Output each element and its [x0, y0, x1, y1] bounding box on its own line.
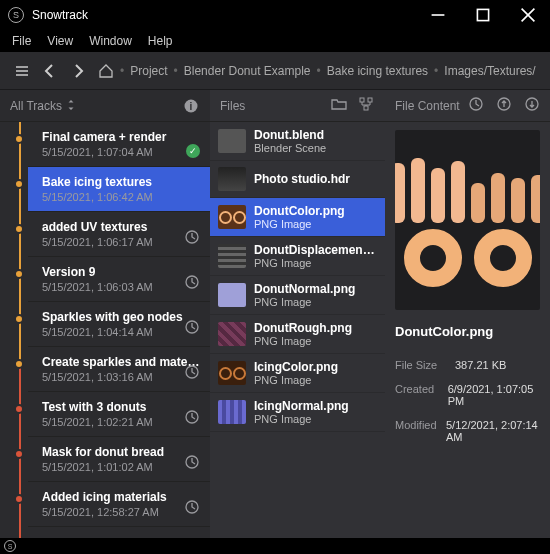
info-icon[interactable]: i — [182, 97, 200, 115]
file-type: PNG Image — [254, 257, 377, 269]
file-thumbnail — [218, 361, 246, 385]
preview-filename: DonutColor.png — [395, 324, 540, 339]
file-type: PNG Image — [254, 335, 352, 347]
file-name: IcingColor.png — [254, 360, 338, 374]
file-type: PNG Image — [254, 374, 338, 386]
file-item[interactable]: DonutDisplacement.pngPNG Image — [210, 237, 385, 276]
menu-window[interactable]: Window — [83, 32, 138, 50]
tracks-header-label[interactable]: All Tracks — [10, 99, 75, 113]
commit-dot-icon — [14, 449, 24, 459]
files-header-label: Files — [220, 99, 245, 113]
breadcrumb-item[interactable]: Images/Textures/DonutColor.pn — [444, 64, 536, 78]
track-date: 5/15/2021, 1:03:16 AM — [42, 371, 200, 383]
track-title: Version 9 — [42, 265, 200, 279]
track-date: 5/15/2021, 1:06:42 AM — [42, 191, 200, 203]
titlebar: S Snowtrack — [0, 0, 550, 30]
preview-image — [395, 130, 540, 310]
status-bar: S — [0, 538, 550, 554]
breadcrumb-item[interactable]: Project — [130, 64, 167, 78]
file-item[interactable]: IcingNormal.pngPNG Image — [210, 393, 385, 432]
file-item[interactable]: Photo studio.hdr — [210, 161, 385, 198]
track-title: added UV textures — [42, 220, 200, 234]
file-item[interactable]: DonutNormal.pngPNG Image — [210, 276, 385, 315]
history-badge-icon[interactable] — [184, 454, 200, 473]
history-badge-icon[interactable] — [184, 274, 200, 293]
file-type: PNG Image — [254, 218, 345, 230]
file-item[interactable]: Donut.blendBlender Scene — [210, 122, 385, 161]
track-item[interactable]: Version 95/15/2021, 1:06:03 AM — [28, 257, 210, 302]
filecontent-header-label: File Content — [395, 99, 460, 113]
track-title: Added icing materials — [42, 490, 200, 504]
download-icon[interactable] — [524, 96, 540, 115]
file-name: IcingNormal.png — [254, 399, 349, 413]
meta-size-value: 387.21 KB — [455, 359, 506, 371]
menu-file[interactable]: File — [6, 32, 37, 50]
folder-icon[interactable] — [331, 96, 347, 115]
track-item[interactable]: Create sparkles and materials5/15/2021, … — [28, 347, 210, 392]
track-title: Final camera + render — [42, 130, 200, 144]
file-thumbnail — [218, 129, 246, 153]
track-date: 5/15/2021, 1:07:04 AM — [42, 146, 200, 158]
file-type: PNG Image — [254, 413, 349, 425]
track-item[interactable]: Sparkles with geo nodes5/15/2021, 1:04:1… — [28, 302, 210, 347]
commit-dot-icon — [14, 224, 24, 234]
commit-dot-icon — [14, 134, 24, 144]
commit-dot-icon — [14, 404, 24, 414]
breadcrumb-item[interactable]: Blender Donut Example — [184, 64, 311, 78]
menu-help[interactable]: Help — [142, 32, 179, 50]
file-name: Donut.blend — [254, 128, 326, 142]
menu-view[interactable]: View — [41, 32, 79, 50]
tree-view-icon[interactable] — [359, 96, 375, 115]
history-badge-icon[interactable] — [184, 499, 200, 518]
menu-toggle-icon[interactable] — [14, 62, 30, 80]
meta-created-label: Created — [395, 383, 448, 407]
track-item[interactable]: Mask for donut bread5/15/2021, 1:01:02 A… — [28, 437, 210, 482]
track-date: 5/15/2021, 1:01:02 AM — [42, 461, 200, 473]
track-item[interactable]: Final camera + render5/15/2021, 1:07:04 … — [28, 122, 210, 167]
history-badge-icon[interactable] — [184, 229, 200, 248]
file-item[interactable]: DonutRough.pngPNG Image — [210, 315, 385, 354]
history-badge-icon[interactable] — [184, 364, 200, 383]
nav-back-icon[interactable] — [42, 62, 58, 80]
svg-text:i: i — [190, 101, 193, 112]
commit-dot-icon — [14, 269, 24, 279]
history-badge-icon[interactable] — [184, 409, 200, 428]
file-name: DonutNormal.png — [254, 282, 355, 296]
track-date: 5/15/2021, 1:04:14 AM — [42, 326, 200, 338]
svg-rect-0 — [477, 9, 488, 20]
svg-rect-10 — [360, 98, 364, 102]
track-date: 5/15/2021, 1:02:21 AM — [42, 416, 200, 428]
commit-dot-icon — [14, 314, 24, 324]
home-icon[interactable] — [98, 62, 114, 80]
breadcrumb-item[interactable]: Bake icing textures — [327, 64, 428, 78]
maximize-button[interactable] — [460, 0, 505, 30]
file-name: DonutDisplacement.png — [254, 243, 377, 257]
file-type: PNG Image — [254, 296, 355, 308]
track-item[interactable]: Bake icing textures5/15/2021, 1:06:42 AM — [28, 167, 210, 212]
menu-bar: File View Window Help — [0, 30, 550, 52]
history-icon[interactable] — [468, 96, 484, 115]
commit-dot-icon — [14, 179, 24, 189]
file-thumbnail — [218, 167, 246, 191]
file-type: Blender Scene — [254, 142, 326, 154]
meta-modified-value: 5/12/2021, 2:07:14 AM — [446, 419, 540, 443]
close-button[interactable] — [505, 0, 550, 30]
nav-forward-icon[interactable] — [70, 62, 86, 80]
upload-icon[interactable] — [496, 96, 512, 115]
track-item[interactable]: Added icing materials5/15/2021, 12:58:27… — [28, 482, 210, 527]
file-thumbnail — [218, 244, 246, 268]
track-item[interactable]: added UV textures5/15/2021, 1:06:17 AM — [28, 212, 210, 257]
file-name: DonutColor.png — [254, 204, 345, 218]
file-item[interactable]: DonutColor.pngPNG Image — [210, 198, 385, 237]
track-title: Create sparkles and materials — [42, 355, 200, 369]
file-thumbnail — [218, 205, 246, 229]
history-badge-icon[interactable] — [184, 319, 200, 338]
filecontent-header: File Content — [385, 90, 550, 122]
file-thumbnail — [218, 322, 246, 346]
file-name: DonutRough.png — [254, 321, 352, 335]
minimize-button[interactable] — [415, 0, 460, 30]
commit-dot-icon — [14, 494, 24, 504]
app-logo-icon: S — [8, 7, 24, 23]
file-item[interactable]: IcingColor.pngPNG Image — [210, 354, 385, 393]
track-item[interactable]: Test with 3 donuts5/15/2021, 1:02:21 AM — [28, 392, 210, 437]
